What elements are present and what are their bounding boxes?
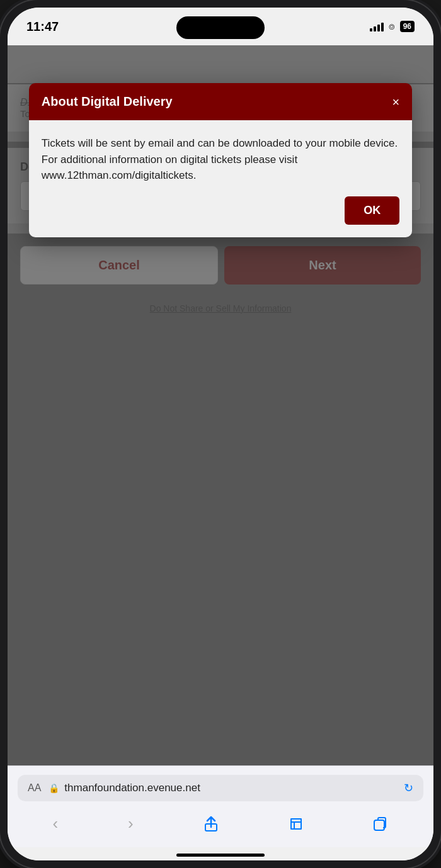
bookmarks-button[interactable] [282, 814, 310, 834]
screen-content: D.A. Sig 12th Pass Voucher To Be Allocat… [8, 45, 433, 765]
modal-body: Tickets will be sent by email and can be… [29, 120, 412, 237]
phone-frame: 11:47 ⌾ 96 [0, 0, 441, 868]
signal-bars-icon [370, 21, 384, 31]
status-bar: 11:47 ⌾ 96 [8, 8, 433, 45]
browser-action-buttons: ‹ › [18, 809, 423, 838]
lock-icon: 🔒 [49, 783, 59, 793]
home-bar [176, 854, 265, 857]
battery-level: 96 [400, 21, 415, 32]
url-bar[interactable]: AA 🔒 thmanfoundation.evenue.net ↻ [18, 775, 423, 801]
modal-body-text: Tickets will be sent by email and can be… [42, 135, 399, 184]
wifi-icon: ⌾ [389, 21, 395, 32]
modal-overlay: About Digital Delivery × Tickets will be… [8, 45, 433, 765]
svg-rect-1 [374, 820, 384, 830]
dynamic-island [176, 16, 265, 39]
forward-button[interactable]: › [122, 811, 140, 836]
tabs-button[interactable] [367, 814, 394, 834]
modal-close-button[interactable]: × [392, 96, 400, 108]
about-digital-delivery-modal: About Digital Delivery × Tickets will be… [29, 83, 412, 237]
reload-icon[interactable]: ↻ [404, 781, 413, 795]
modal-title: About Digital Delivery [42, 94, 173, 109]
modal-header: About Digital Delivery × [29, 83, 412, 120]
status-icons: ⌾ 96 [370, 21, 415, 32]
url-domain-text: thmanfoundation.evenue.net [64, 782, 399, 794]
browser-bar: AA 🔒 thmanfoundation.evenue.net ↻ ‹ › [8, 765, 433, 847]
back-button[interactable]: ‹ [46, 811, 64, 836]
home-indicator [8, 847, 433, 860]
modal-ok-row: OK [42, 196, 399, 225]
battery-indicator: 96 [400, 21, 415, 32]
status-time: 11:47 [26, 20, 59, 34]
text-size-button[interactable]: AA [28, 782, 41, 794]
phone-screen: 11:47 ⌾ 96 [8, 8, 433, 860]
modal-ok-button[interactable]: OK [345, 196, 399, 225]
share-button[interactable] [197, 813, 225, 835]
